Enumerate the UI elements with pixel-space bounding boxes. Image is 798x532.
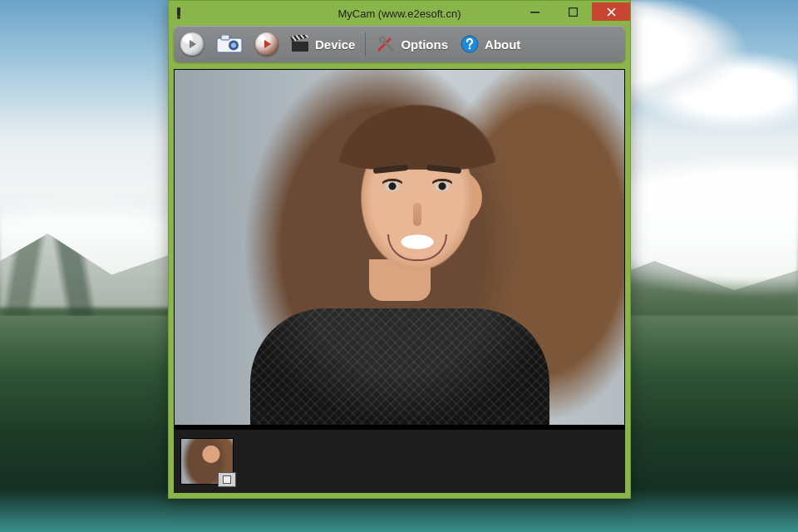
device-menu[interactable]: Device [290,32,355,56]
thumbnail-item[interactable] [180,438,234,485]
subject-face [338,101,496,303]
about-menu[interactable]: About [460,32,520,56]
toolbar-separator [365,32,366,56]
svg-rect-5 [221,35,229,40]
toolbar: play-icon camera-icon record-play-icon [174,26,625,62]
maximize-button[interactable]: maximize [554,2,592,21]
svg-rect-3 [569,7,577,16]
svg-point-10 [380,37,385,42]
svg-rect-0 [177,7,180,16]
window-title: MyCam (www.e2esoft.cn) [337,7,461,20]
mycam-window: MyCam (www.e2esoft.cn) minimize maximize… [168,0,631,499]
client-area [174,69,625,493]
titlebar[interactable]: MyCam (www.e2esoft.cn) minimize maximize… [169,1,630,26]
help-icon [460,32,480,56]
about-label: About [485,37,520,52]
window-controls: minimize maximize close [515,2,630,21]
svg-point-13 [469,47,471,50]
options-label: Options [401,37,448,52]
svg-point-7 [231,43,236,48]
image-file-badge-icon [218,472,236,487]
clapper-icon [290,32,310,56]
app-icon [175,7,189,20]
options-menu[interactable]: Options [376,32,448,56]
device-label: Device [315,37,355,52]
tools-icon [376,32,396,56]
svg-point-1 [177,16,180,19]
subject-torso [250,308,549,425]
snapshot-button[interactable]: camera-icon [215,32,244,56]
svg-rect-8 [292,42,308,52]
close-button[interactable]: close [592,2,630,21]
thumbnail-strip[interactable] [174,429,625,493]
minimize-button[interactable]: minimize [515,2,554,21]
record-button[interactable]: record-play-icon [255,32,278,56]
svg-rect-2 [530,12,539,13]
video-preview[interactable] [174,69,625,426]
play-button[interactable]: play-icon [180,32,204,56]
